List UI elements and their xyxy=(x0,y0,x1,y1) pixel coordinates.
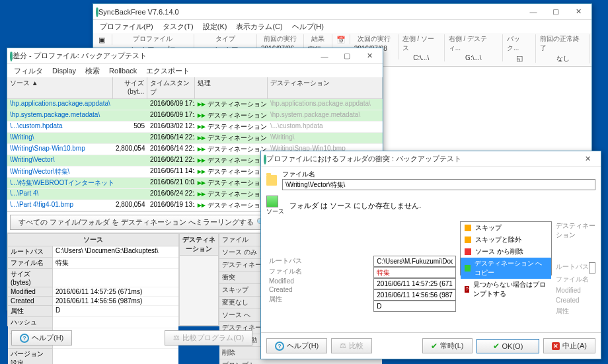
col-profile: プロファイル xyxy=(133,34,172,44)
back-icon: ◱ xyxy=(516,54,523,63)
root-input[interactable] xyxy=(373,256,456,267)
arrow-right-icon: ▸▸ xyxy=(198,201,206,209)
menu-columns[interactable]: 表示カラム(C) xyxy=(232,20,286,33)
col-nextrun: 次回の実行 xyxy=(358,34,391,44)
maximize-button[interactable]: ▢ xyxy=(336,50,358,63)
menu-settings[interactable]: 設定(K) xyxy=(199,20,231,33)
diff-menubar: フィルタ Display 検索 Rollback エクスポート xyxy=(7,64,383,77)
col-lastrun: 前回の実行 xyxy=(264,34,297,44)
hdr-size[interactable]: サイズ(byt... xyxy=(113,77,147,98)
menu-export[interactable]: エクスポート xyxy=(142,65,194,77)
filename-label: ファイル名 xyxy=(282,170,595,179)
compare-button[interactable]: ⚖比較 xyxy=(331,338,372,353)
source-icon xyxy=(266,196,278,207)
arrow-right-icon: ▸▸ xyxy=(198,156,206,164)
arrow-right-icon: ▸▸ xyxy=(198,167,206,175)
source-panel: ソース ルートパスC:\Users\ \DocumenG:\Backuptest… xyxy=(7,233,179,326)
table-row[interactable]: \...\custom.hpdata5052016/03/02 12:...▸▸… xyxy=(7,122,383,133)
arrow-right-icon: ▸▸ xyxy=(198,111,206,119)
hdr-op[interactable]: 処理 xyxy=(195,77,268,98)
attr-input[interactable] xyxy=(373,301,456,312)
action-option[interactable]: ソース から削除 xyxy=(461,246,551,258)
always-button[interactable]: ✔常時(L) xyxy=(422,338,472,353)
maximize-button[interactable]: ▢ xyxy=(545,5,566,18)
list-item: プロンプト xyxy=(219,359,382,364)
arrow-right-icon: ▸▸ xyxy=(198,133,206,141)
arrow-right-icon: ▸▸ xyxy=(198,190,206,198)
main-menubar: プロファイル(P) タスク(T) 設定(K) 表示カラム(C) ヘルプ(H) xyxy=(93,20,591,33)
menu-filter[interactable]: フィルタ xyxy=(10,65,47,77)
col-result: 結果 xyxy=(311,34,324,44)
arrow-right-icon: ▸▸ xyxy=(198,100,206,108)
help-icon: ? xyxy=(20,334,29,343)
conflict-message: フォルダ は ソース にしか存在しません. xyxy=(289,201,421,211)
menu-profile[interactable]: プロファイル(P) xyxy=(96,20,157,33)
hdr-ts[interactable]: タイムスタンプ xyxy=(147,77,195,98)
stop-icon: ✕ xyxy=(552,342,560,350)
action-option[interactable]: デスティネーション へコピー xyxy=(461,258,551,279)
hdr-source[interactable]: ソース ▲ xyxy=(7,77,113,98)
conflict-dialog: プロファイルにおけるフォルダの衝突 : バックアップテスト ✕ ファイル名 ソー… xyxy=(260,151,601,359)
col-back: バック... xyxy=(507,34,532,53)
calendar-icon: 📅 xyxy=(336,36,346,44)
compare-button[interactable]: ⚖比較プログラム(O) xyxy=(165,330,252,346)
conflict-title: プロファイルにおけるフォルダの衝突 : バックアップテスト xyxy=(266,154,577,164)
folder-icon xyxy=(266,175,277,186)
dest-root-input[interactable] xyxy=(589,262,595,273)
arrow-right-icon: ▸▸ xyxy=(198,122,206,130)
menu-rollback[interactable]: Rollback xyxy=(105,65,141,76)
action-option[interactable]: スキップ xyxy=(461,222,551,234)
main-title: SyncBackFree V7.6.14.0 xyxy=(98,8,523,16)
close-button[interactable]: ✕ xyxy=(568,5,589,18)
menu-search[interactable]: 検索 xyxy=(81,65,104,77)
table-row[interactable]: \Writing\2016/06/14 22:...▸▸ デスティネーション へ… xyxy=(7,133,383,144)
dest-header-panel: デスティネーション xyxy=(179,233,219,326)
close-button[interactable]: ✕ xyxy=(359,50,380,63)
conflict-titlebar: プロファイルにおけるフォルダの衝突 : バックアップテスト ✕ xyxy=(261,151,601,167)
check-icon: ✔ xyxy=(493,342,500,351)
col-right: 右側 / デスティ... xyxy=(449,34,498,53)
help-icon: ? xyxy=(275,342,284,351)
close-button[interactable]: ✕ xyxy=(577,153,598,166)
main-titlebar: SyncBackFree V7.6.14.0 — ▢ ✕ xyxy=(93,4,591,20)
action-option[interactable]: スキップと除外 xyxy=(461,234,551,246)
arrow-right-icon: ▸▸ xyxy=(198,178,206,186)
compare-icon: ⚖ xyxy=(173,334,180,342)
menu-display[interactable]: Display xyxy=(48,65,80,76)
diff-title: 差分 - プロファイル: バックアップテスト xyxy=(13,51,314,61)
col-lastok: 前回の正常終了 xyxy=(540,34,586,53)
help-button[interactable]: ?ヘルプ(H) xyxy=(266,338,327,353)
cre-input[interactable] xyxy=(373,289,456,301)
ok-button[interactable]: ✔OK(O) xyxy=(476,339,540,353)
action-option[interactable]: ? 見つからない場合はプロンプトする xyxy=(461,279,551,300)
compare-icon: ⚖ xyxy=(340,342,346,350)
check-icon: ✔ xyxy=(431,342,437,351)
menu-help[interactable]: ヘルプ(H) xyxy=(288,20,328,33)
col-left: 左側 / ソース xyxy=(402,34,440,53)
filename-input[interactable] xyxy=(282,179,595,190)
dest-header: デスティネーション xyxy=(556,221,595,240)
expand-icon[interactable]: ▣ xyxy=(98,36,108,45)
minimize-button[interactable]: — xyxy=(523,5,544,18)
mod-input[interactable] xyxy=(373,278,456,289)
help-button[interactable]: ?ヘルプ(H) xyxy=(11,330,72,346)
col-type: タイプ xyxy=(215,34,235,44)
minimize-button[interactable]: — xyxy=(314,50,335,63)
source-label: ソース xyxy=(266,207,284,216)
action-list[interactable]: スキップ スキップと除外 ソース から削除 デスティネーション へコピー? 見つ… xyxy=(460,221,552,275)
cancel-button[interactable]: ✕中止(A) xyxy=(543,338,595,353)
hdr-dst[interactable]: デスティネーション xyxy=(268,77,383,98)
table-row[interactable]: \hp.applications.package.appdata\2016/06… xyxy=(7,99,383,110)
file-input[interactable] xyxy=(373,267,456,278)
arrow-right-icon: ▸▸ xyxy=(198,145,206,153)
table-row[interactable]: \hp.system.package.metadata\2016/06/09 1… xyxy=(7,110,383,122)
grid-header[interactable]: ソース ▲ サイズ(byt... タイムスタンプ 処理 デスティネーション xyxy=(7,77,383,99)
diff-titlebar: 差分 - プロファイル: バックアップテスト — ▢ ✕ xyxy=(7,48,383,64)
menu-task[interactable]: タスク(T) xyxy=(159,20,198,33)
source-header: ソース xyxy=(8,234,178,246)
